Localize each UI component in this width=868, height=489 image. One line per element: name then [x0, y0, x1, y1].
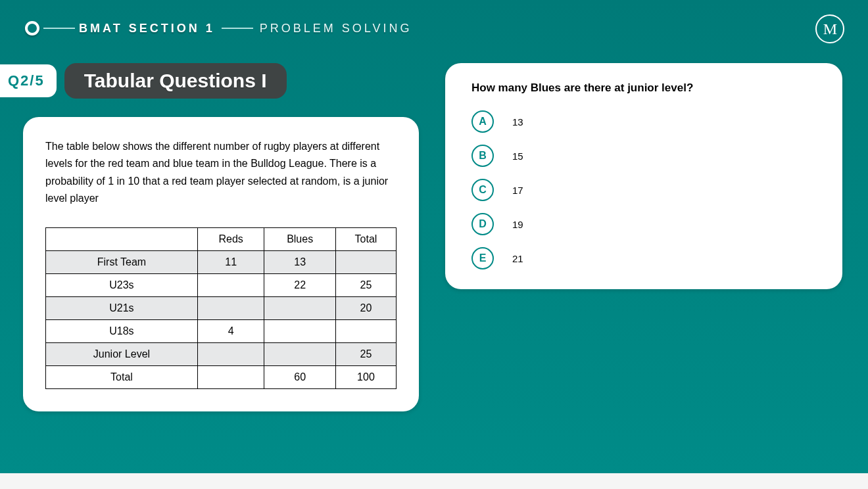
brand-logo-letter: M — [823, 20, 836, 38]
table-cell: U21s — [46, 296, 198, 319]
question-number-badge: Q2/5 — [0, 64, 57, 97]
breadcrumb-topic: PROBLEM SOLVING — [260, 22, 412, 35]
prompt-text: The table below shows the different numb… — [45, 138, 397, 208]
table-cell: 11 — [197, 250, 264, 273]
option-text: 15 — [512, 151, 523, 162]
table-cell: 60 — [264, 365, 336, 388]
table-cell — [264, 296, 336, 319]
table-cell — [197, 365, 264, 388]
table-cell: 100 — [335, 365, 396, 388]
breadcrumb-section: BMAT SECTION 1 — [79, 22, 215, 35]
table-cell: 4 — [197, 319, 264, 342]
table-cell — [264, 342, 336, 365]
answer-option-e[interactable]: E21 — [471, 247, 816, 269]
option-letter-badge: D — [471, 213, 494, 235]
table-row: First Team1113 — [46, 250, 397, 273]
answer-option-c[interactable]: C17 — [471, 179, 816, 201]
table-cell: 20 — [335, 296, 396, 319]
table-cell: 22 — [264, 273, 336, 296]
breadcrumb-divider — [43, 28, 75, 29]
answer-option-d[interactable]: D19 — [471, 213, 816, 235]
breadcrumb-circle-icon — [25, 21, 39, 35]
option-text: 13 — [512, 116, 523, 128]
breadcrumb: BMAT SECTION 1 PROBLEM SOLVING — [25, 21, 412, 35]
table-cell: Total — [46, 365, 198, 388]
table-row: U21s20 — [46, 296, 397, 319]
table-cell — [197, 273, 264, 296]
table-cell: 13 — [264, 250, 336, 273]
slide: BMAT SECTION 1 PROBLEM SOLVING M Q2/5 Ta… — [0, 0, 868, 473]
table-cell — [335, 319, 396, 342]
table-header: Blues — [264, 227, 336, 250]
brand-logo-icon: M — [815, 14, 844, 43]
table-row: Total60100 — [46, 365, 397, 388]
option-letter-badge: C — [471, 179, 494, 201]
options-list: A13B15C17D19E21 — [471, 110, 816, 269]
option-letter-badge: A — [471, 110, 494, 133]
answer-card: How many Blues are there at junior level… — [445, 63, 842, 289]
table-row: Junior Level25 — [46, 342, 397, 365]
prompt-card: The table below shows the different numb… — [23, 117, 419, 411]
question-text: How many Blues are there at junior level… — [471, 82, 816, 95]
table-cell: 25 — [335, 342, 396, 365]
option-text: 21 — [512, 253, 523, 264]
table-cell — [197, 342, 264, 365]
table-cell — [197, 296, 264, 319]
table-cell: Junior Level — [46, 342, 198, 365]
table-header: Total — [335, 227, 396, 250]
table-cell: 25 — [335, 273, 396, 296]
question-header: Q2/5 Tabular Questions I — [0, 63, 287, 99]
table-header — [46, 227, 198, 250]
table-cell — [264, 319, 336, 342]
table-cell: U23s — [46, 273, 198, 296]
table-cell: First Team — [46, 250, 198, 273]
breadcrumb-divider — [222, 28, 253, 29]
table-cell — [335, 250, 396, 273]
table-row: U23s2225 — [46, 273, 397, 296]
table-header: Reds — [197, 227, 264, 250]
option-text: 17 — [512, 185, 523, 196]
option-letter-badge: B — [471, 145, 494, 167]
option-letter-badge: E — [471, 247, 494, 269]
table-cell: U18s — [46, 319, 198, 342]
option-text: 19 — [512, 219, 523, 230]
question-title-pill: Tabular Questions I — [64, 63, 287, 99]
data-table: Reds Blues Total First Team1113U23s2225U… — [45, 227, 397, 389]
table-row: U18s4 — [46, 319, 397, 342]
answer-option-a[interactable]: A13 — [471, 110, 816, 133]
answer-option-b[interactable]: B15 — [471, 145, 816, 167]
